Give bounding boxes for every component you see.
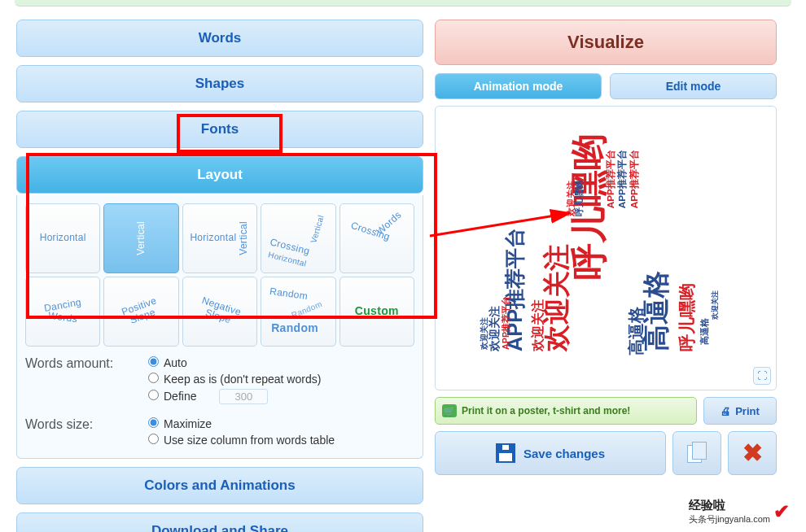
delete-button[interactable]: ✖ <box>728 431 777 475</box>
words-amount-auto[interactable]: Auto <box>148 356 321 369</box>
layout-label: Vertical <box>309 214 326 244</box>
cloud-word: 欢迎关注 <box>530 299 545 352</box>
cloud-word: 欢迎关注 <box>711 290 719 321</box>
words-size-column[interactable]: Use size column from words table <box>148 434 335 447</box>
cloud-word: 欢迎关注 <box>566 181 576 217</box>
words-amount-label: Words amount: <box>25 356 143 371</box>
expand-icon[interactable]: ⛶ <box>753 367 771 385</box>
copy-icon <box>687 442 707 464</box>
tab-fonts[interactable]: Fonts <box>16 111 423 148</box>
layout-label: Random <box>291 299 324 320</box>
cloud-word: APP推荐平台 <box>605 150 615 208</box>
layout-label: Horizontal <box>40 233 86 243</box>
close-icon: ✖ <box>742 441 763 465</box>
cloud-word: APP推荐平台 <box>616 150 627 208</box>
layout-dancing-words[interactable]: DancingWords <box>25 277 100 347</box>
layout-crossing-words[interactable]: Crossing Words <box>339 203 414 273</box>
print-poster-button[interactable]: 🛒 Print it on a poster, t-shirt and more… <box>435 397 697 425</box>
layout-negative-slope[interactable]: NegativeSlope <box>182 277 257 347</box>
cloud-word: 高逼格 <box>699 317 709 345</box>
check-icon: ✔ <box>773 500 790 523</box>
layout-vertical[interactable]: Vertical <box>103 203 178 273</box>
layout-positive-slope[interactable]: PositiveSlope <box>103 277 178 347</box>
layout-label: Vertical <box>136 221 147 255</box>
layout-custom[interactable]: Custom <box>339 277 414 347</box>
print-button[interactable]: 🖨 Print <box>703 397 777 425</box>
layout-random[interactable]: Random Random Random <box>261 277 335 347</box>
visualize-title: Visualize <box>435 20 777 65</box>
tab-layout[interactable]: Layout <box>16 156 423 194</box>
words-size-maximize[interactable]: Maximize <box>148 417 335 430</box>
layout-panel: Horizontal Vertical Horizontal Vertical … <box>16 195 423 459</box>
cloud-word: APP推荐平台 <box>501 296 510 350</box>
shopping-icon: 🛒 <box>442 404 457 417</box>
layout-label: Vertical <box>239 221 249 255</box>
words-amount-define[interactable]: Define <box>148 389 321 404</box>
words-amount-keep[interactable]: Keep as is (don't repeat words) <box>148 373 321 386</box>
words-size-label: Words size: <box>25 417 143 432</box>
layout-label: Random <box>269 286 309 303</box>
words-amount-value[interactable] <box>219 389 268 404</box>
cloud-word: APP推荐平台 <box>629 150 639 208</box>
layout-label: Custom <box>355 305 399 317</box>
wordcloud-canvas: 呼儿嘿哟 欢迎关注 APP推荐平台 高逼格 呼儿嘿哟 欢迎关注 欢迎关注 高逼格… <box>435 106 777 390</box>
tab-shapes[interactable]: Shapes <box>16 65 423 102</box>
cloud-word: 高逼格 <box>627 307 645 355</box>
save-icon <box>496 443 515 463</box>
tab-colors-animations[interactable]: Colors and Animations <box>16 467 423 504</box>
animation-mode-button[interactable]: Animation mode <box>435 73 602 99</box>
layout-horizontal[interactable]: Horizontal <box>25 203 100 273</box>
layout-label: Horizontal <box>190 233 236 243</box>
edit-mode-button[interactable]: Edit mode <box>610 73 777 99</box>
tab-download-share[interactable]: Download and Share <box>16 512 423 532</box>
cloud-word: 欢迎关注 <box>541 244 572 352</box>
tab-words[interactable]: Words <box>16 20 423 57</box>
layout-crossing-hv[interactable]: Crossing Vertical Horizontal <box>261 203 335 273</box>
layout-label: Random <box>271 322 318 334</box>
cloud-word: 欢迎关注 <box>480 317 488 351</box>
layout-label: Words <box>43 310 82 325</box>
cloud-word: 高逼格 <box>641 271 671 351</box>
layout-horizontal-vertical[interactable]: Horizontal Vertical <box>182 203 257 273</box>
copy-button[interactable] <box>672 431 721 475</box>
cloud-word: 欢迎关注 <box>488 306 501 352</box>
printer-icon: 🖨 <box>721 405 731 417</box>
cloud-word: 呼儿嘿哟 <box>677 283 697 351</box>
watermark: 经验啦 头条号jingyanla.com ✔ <box>689 498 790 525</box>
save-changes-button[interactable]: Save changes <box>435 431 666 475</box>
